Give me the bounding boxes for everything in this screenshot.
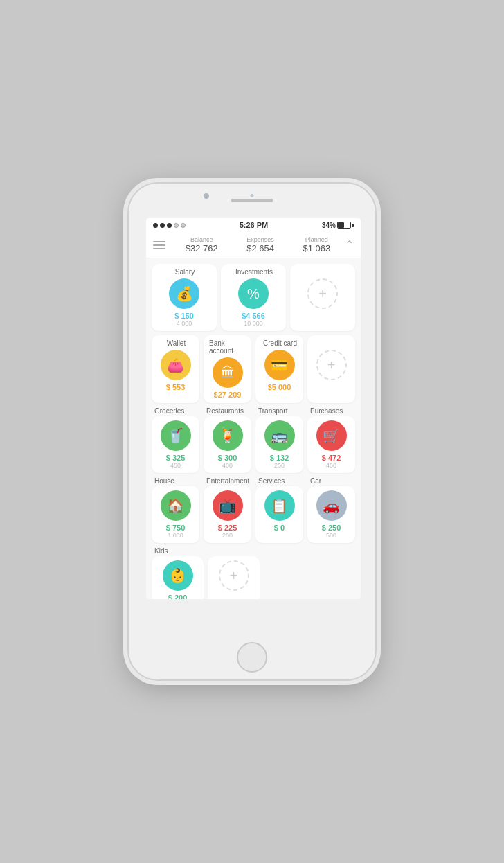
- balance-label: Balance: [186, 236, 218, 243]
- battery-fill: [338, 222, 344, 228]
- add-account-icon[interactable]: +: [316, 350, 347, 380]
- expense-row1-labels: Groceries Restaurants Transport Purchase…: [152, 407, 355, 415]
- house-icon: 🏠: [161, 490, 191, 521]
- restaurants-name: Restaurants: [204, 407, 251, 415]
- creditcard-amount: $5 000: [268, 383, 291, 391]
- wallet-amount: $ 553: [166, 383, 186, 391]
- investments-card[interactable]: Investments % $4 566 10 000: [221, 264, 286, 331]
- wallet-label: Wallet: [167, 339, 186, 347]
- planned-stat: Planned $1 063: [303, 236, 330, 253]
- entertainment-card[interactable]: 📺 $ 225 200: [204, 486, 251, 543]
- battery-tip: [352, 224, 354, 227]
- bank-icon: 🏛: [213, 357, 243, 388]
- services-amount: $ 0: [274, 524, 285, 532]
- investments-sub: 10 000: [244, 320, 263, 327]
- balance-value: $32 762: [186, 243, 218, 253]
- spacer1: [264, 556, 307, 599]
- accounts-row: Wallet 👛 $ 553 Bank account 🏛 $27 209 Cr…: [152, 335, 355, 403]
- expense-row2: 🏠 $ 750 1 000 📺 $ 225 200 📋 $ 0 🚗 $ 250: [152, 486, 355, 543]
- status-bar: 5:26 PM 34%: [146, 218, 361, 232]
- expense-row3-labels: Kids: [152, 547, 355, 555]
- menu-button[interactable]: [153, 241, 165, 249]
- signal-dot-2: [160, 223, 165, 228]
- creditcard-icon: 💳: [264, 350, 295, 380]
- salary-card[interactable]: Salary 💰 $ 150 4 000: [152, 264, 217, 331]
- add-account-card[interactable]: +: [307, 335, 355, 403]
- groceries-sub: 450: [170, 462, 181, 469]
- add-cat-name: [255, 547, 355, 555]
- car-name: Car: [307, 477, 355, 485]
- phone-screen: 5:26 PM 34% Balance $32 762: [146, 218, 361, 599]
- groceries-icon: 🥤: [161, 420, 191, 451]
- add-category-icon[interactable]: +: [219, 560, 249, 591]
- signal-dots: [153, 223, 186, 228]
- restaurants-card[interactable]: 🍹 $ 300 400: [204, 416, 251, 473]
- signal-dot-4: [174, 223, 179, 228]
- transport-amount: $ 132: [270, 454, 289, 462]
- add-category-card[interactable]: +: [208, 556, 260, 599]
- transport-name: Transport: [255, 407, 303, 415]
- transport-card[interactable]: 🚌 $ 132 250: [255, 416, 303, 473]
- signal-dot-3: [167, 223, 172, 228]
- chevron-up-icon[interactable]: ⌃: [345, 238, 354, 251]
- expenses-stat: Expenses $2 654: [246, 236, 274, 253]
- balance-stat: Balance $32 762: [186, 236, 218, 253]
- bank-label: Bank account: [209, 339, 247, 355]
- car-card[interactable]: 🚗 $ 250 500: [307, 486, 355, 543]
- entertainment-name: Entertainment: [204, 477, 251, 485]
- services-card[interactable]: 📋 $ 0: [255, 486, 303, 543]
- transport-sub: 250: [274, 462, 285, 469]
- phone-camera: [204, 193, 209, 199]
- add-income-icon[interactable]: +: [307, 278, 338, 309]
- kids-card[interactable]: 👶 $ 200 420: [152, 556, 204, 599]
- kids-amount: $ 200: [168, 594, 188, 599]
- menu-line-2: [153, 244, 165, 246]
- car-icon: 🚗: [316, 490, 347, 521]
- wallet-icon: 👛: [161, 350, 191, 380]
- transport-icon: 🚌: [264, 420, 295, 451]
- house-name: House: [152, 477, 199, 485]
- kids-name: Kids: [152, 547, 251, 555]
- house-amount: $ 750: [166, 524, 186, 532]
- groceries-card[interactable]: 🥤 $ 325 450: [152, 416, 199, 473]
- app-header: Balance $32 762 Expenses $2 654 Planned …: [146, 232, 361, 258]
- creditcard-card[interactable]: Credit card 💳 $5 000: [255, 335, 303, 403]
- salary-sub: 4 000: [177, 320, 192, 327]
- bank-card[interactable]: Bank account 🏛 $27 209: [204, 335, 251, 403]
- car-amount: $ 250: [322, 524, 341, 532]
- house-card[interactable]: 🏠 $ 750 1 000: [152, 486, 199, 543]
- home-button[interactable]: [237, 642, 267, 673]
- entertainment-icon: 📺: [213, 490, 243, 521]
- purchases-name: Purchases: [307, 407, 355, 415]
- expenses-label: Expenses: [246, 236, 274, 243]
- main-content: Salary 💰 $ 150 4 000 Investments % $4 56…: [146, 258, 361, 599]
- planned-value: $1 063: [303, 243, 330, 253]
- spacer2: [312, 556, 355, 599]
- services-name: Services: [255, 477, 303, 485]
- expenses-value: $2 654: [246, 243, 274, 253]
- add-income-card[interactable]: +: [290, 264, 355, 331]
- groceries-name: Groceries: [152, 407, 199, 415]
- purchases-icon: 🛒: [316, 420, 347, 451]
- entertainment-amount: $ 225: [218, 524, 237, 532]
- expense-row2-labels: House Entertainment Services Car: [152, 477, 355, 485]
- creditcard-label: Credit card: [263, 339, 297, 347]
- phone-frame: 5:26 PM 34% Balance $32 762: [127, 182, 377, 681]
- services-icon: 📋: [264, 490, 295, 521]
- wallet-card[interactable]: Wallet 👛 $ 553: [152, 335, 199, 403]
- signal-dot-1: [153, 223, 158, 228]
- restaurants-icon: 🍹: [213, 420, 243, 451]
- header-stats: Balance $32 762 Expenses $2 654 Planned …: [171, 236, 345, 253]
- car-sub: 500: [326, 532, 336, 539]
- salary-icon: 💰: [169, 278, 199, 309]
- battery-body: [337, 222, 351, 229]
- entertainment-sub: 200: [222, 532, 233, 539]
- purchases-card[interactable]: 🛒 $ 472 450: [307, 416, 355, 473]
- salary-label: Salary: [175, 268, 195, 276]
- battery-percent: 34%: [322, 222, 336, 229]
- purchases-amount: $ 472: [322, 454, 341, 462]
- add-account-label: [331, 339, 333, 347]
- restaurants-sub: 400: [222, 462, 233, 469]
- purchases-sub: 450: [326, 462, 336, 469]
- menu-line-1: [153, 241, 165, 242]
